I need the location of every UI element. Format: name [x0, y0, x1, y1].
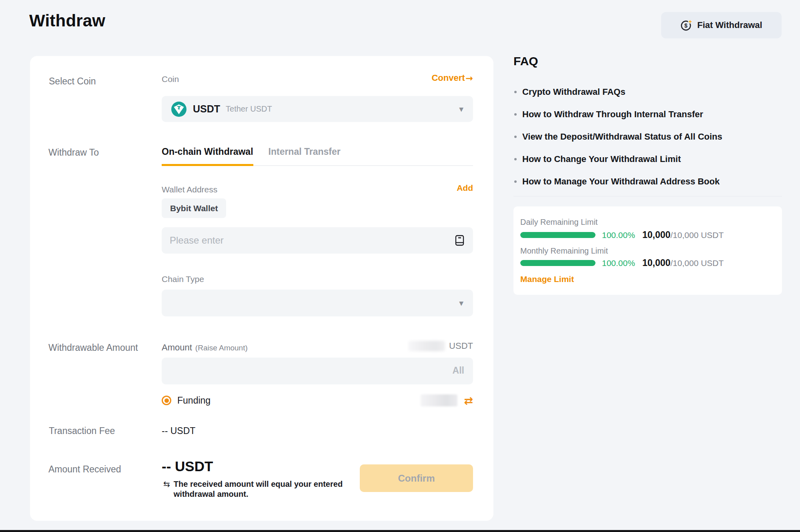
transaction-fee-value: -- USDT	[162, 426, 195, 436]
faq-item[interactable]: How to Withdraw Through Internal Transfe…	[514, 110, 722, 119]
chevron-down-icon: ▼	[459, 300, 463, 306]
convert-label: Convert	[431, 73, 465, 83]
withdrawal-limit-card: Daily Remaining Limit 100.00% 10,000 /10…	[513, 206, 782, 295]
amount-label-row: Amount (Raise Amount)	[162, 342, 248, 353]
faq-item-text: How to Withdraw Through Internal Transfe…	[522, 110, 703, 119]
balance-unit: USDT	[449, 341, 473, 351]
daily-limit-progressbar	[520, 232, 595, 238]
window-bottom-edge	[0, 530, 800, 532]
funding-radio[interactable]	[162, 396, 171, 405]
amount-received-label: Amount Received	[48, 464, 121, 475]
coin-field-label: Coin	[162, 74, 179, 84]
daily-limit-label: Daily Remaining Limit	[520, 218, 597, 227]
svg-text:$: $	[684, 22, 688, 29]
chevron-down-icon: ▼	[459, 106, 463, 112]
faq-title: FAQ	[513, 54, 538, 68]
bybit-wallet-tag[interactable]: Bybit Wallet	[162, 198, 226, 218]
withdrawable-amount-label: Withdrawable Amount	[48, 342, 138, 353]
bullet-icon	[514, 180, 517, 183]
convert-arrow-icon: →	[466, 73, 473, 83]
tab-internal-transfer[interactable]: Internal Transfer	[269, 146, 341, 165]
progress-fill	[520, 232, 595, 238]
svg-text:+: +	[689, 19, 692, 25]
progress-fill	[520, 260, 595, 266]
bullet-icon	[514, 91, 517, 93]
faq-item-text: Crypto Withdrawal FAQs	[522, 87, 626, 97]
wallet-address-label: Wallet Address	[162, 185, 217, 194]
hidden-funding-balance	[421, 394, 457, 406]
faq-item[interactable]: How to Change Your Withdrawal Limit	[514, 154, 722, 164]
fiat-withdrawal-label: Fiat Withdrawal	[697, 20, 762, 30]
wallet-address-field	[162, 227, 473, 254]
chain-type-label: Chain Type	[162, 274, 204, 284]
daily-limit-percent: 100.00%	[602, 230, 635, 240]
convert-link[interactable]: Convert→	[431, 73, 473, 83]
funding-row: Funding ⇄	[162, 394, 473, 407]
withdraw-form-card: Select Coin Coin Convert→ ₮ USDT Tether …	[30, 56, 493, 521]
faq-item[interactable]: How to Manage Your Withdrawal Address Bo…	[514, 177, 722, 186]
withdraw-to-tabs: On-chain Withdrawal Internal Transfer	[162, 146, 473, 166]
monthly-limit-percent: 100.00%	[602, 258, 635, 268]
add-address-link[interactable]: Add	[457, 183, 473, 193]
usdt-coin-icon: ₮	[171, 102, 186, 117]
all-button[interactable]: All	[453, 365, 464, 376]
divider	[513, 196, 782, 196]
monthly-limit-label: Monthly Remaining Limit	[520, 246, 608, 256]
faq-item-text: How to Manage Your Withdrawal Address Bo…	[522, 177, 720, 186]
bullet-icon	[514, 158, 517, 160]
refresh-icon[interactable]: ⇄	[464, 395, 473, 406]
transfer-arrows-icon: ⇆	[163, 479, 170, 499]
select-coin-label: Select Coin	[49, 76, 96, 87]
bullet-icon	[514, 113, 517, 116]
chain-type-dropdown[interactable]: ▼	[162, 290, 473, 316]
amount-received-value: -- USDT	[162, 458, 213, 474]
amount-input[interactable]	[162, 358, 473, 384]
fiat-withdrawal-button[interactable]: $ + Fiat Withdrawal	[661, 12, 782, 38]
hidden-balance-value	[408, 341, 445, 351]
coin-full-name: Tether USDT	[226, 104, 272, 114]
amount-label: Amount	[162, 342, 192, 353]
daily-limit-remaining: 10,000	[642, 230, 670, 240]
address-book-icon[interactable]	[455, 234, 465, 248]
withdraw-to-label: Withdraw To	[48, 147, 99, 158]
daily-limit-total: /10,000 USDT	[670, 230, 724, 240]
page-title: Withdraw	[29, 11, 105, 30]
faq-item-text: View the Deposit/Withdrawal Status of Al…	[522, 132, 722, 142]
faq-item[interactable]: Crypto Withdrawal FAQs	[514, 87, 722, 97]
amount-hint-label: (Raise Amount)	[195, 344, 248, 352]
radio-dot	[164, 398, 169, 403]
transaction-fee-label: Transaction Fee	[49, 426, 115, 436]
faq-item[interactable]: View the Deposit/Withdrawal Status of Al…	[514, 132, 722, 142]
manage-limit-link[interactable]: Manage Limit	[520, 274, 574, 284]
wallet-address-input[interactable]	[162, 227, 473, 254]
withdrawable-balance: USDT	[408, 341, 473, 351]
funding-label: Funding	[177, 395, 211, 406]
monthly-limit-progressbar	[520, 260, 595, 266]
monthly-limit-remaining: 10,000	[642, 258, 670, 268]
daily-limit-row: 100.00% 10,000 /10,000 USDT	[520, 230, 724, 240]
faq-list: Crypto Withdrawal FAQs How to Withdraw T…	[514, 87, 722, 199]
faq-item-text: How to Change Your Withdrawal Limit	[522, 154, 681, 164]
received-note: ⇆ The received amount will equal your en…	[163, 479, 347, 499]
received-note-text: The received amount will equal your ente…	[174, 479, 347, 499]
coin-symbol: USDT	[193, 103, 220, 115]
bullet-icon	[514, 136, 517, 138]
tab-onchain-withdrawal[interactable]: On-chain Withdrawal	[162, 146, 253, 166]
monthly-limit-row: 100.00% 10,000 /10,000 USDT	[520, 258, 724, 268]
fiat-coin-icon: $ +	[680, 19, 692, 31]
confirm-button[interactable]: Confirm	[360, 464, 473, 492]
amount-field: All	[162, 358, 473, 384]
svg-text:₮: ₮	[177, 104, 180, 110]
coin-select-dropdown[interactable]: ₮ USDT Tether USDT ▼	[162, 96, 473, 122]
monthly-limit-total: /10,000 USDT	[670, 258, 724, 268]
